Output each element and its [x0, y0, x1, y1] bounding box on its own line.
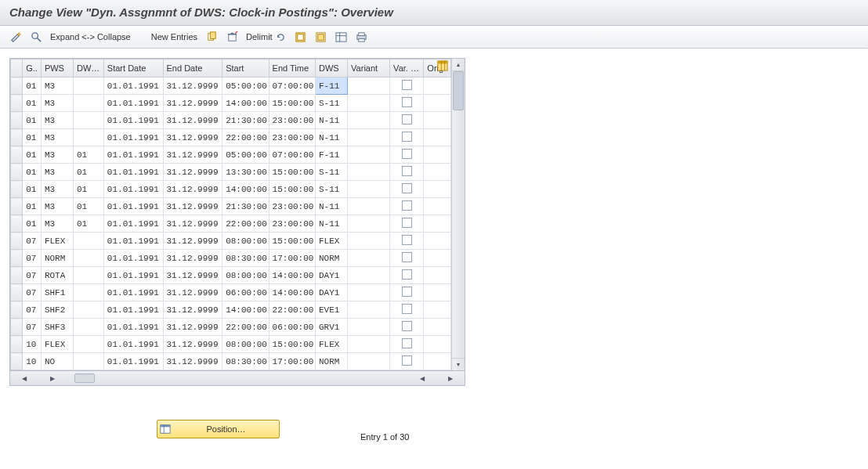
- cell-pws[interactable]: SHF1: [41, 284, 73, 301]
- checkbox[interactable]: [402, 338, 412, 348]
- table-row[interactable]: 01M301.01.199131.12.999922:00:0023:00:00…: [11, 129, 451, 146]
- cell-st[interactable]: 22:00:00: [222, 129, 269, 146]
- col-start-date[interactable]: Start Date: [103, 60, 163, 78]
- cell-g[interactable]: 10: [23, 353, 42, 370]
- new-entries-button[interactable]: New Entries: [151, 32, 197, 41]
- cell-pws[interactable]: M3: [41, 112, 73, 129]
- cell-o[interactable]: [424, 129, 451, 146]
- cell-o[interactable]: [424, 301, 451, 319]
- scroll-handle-icon[interactable]: [74, 373, 95, 383]
- cell-et[interactable]: 07:00:00: [269, 146, 315, 164]
- cell-ed[interactable]: 31.12.9999: [163, 181, 222, 198]
- col-variant[interactable]: Variant: [348, 60, 390, 78]
- cell-pws[interactable]: M3: [41, 215, 73, 233]
- cell-st[interactable]: 06:00:00: [222, 284, 269, 301]
- horizontal-scrollbar[interactable]: ◀ ▶ ◀ ▶: [9, 371, 465, 386]
- cell-o[interactable]: [424, 95, 451, 112]
- cell-pws[interactable]: ROTA: [41, 267, 73, 284]
- cell-o[interactable]: [424, 215, 451, 233]
- cell-o[interactable]: [424, 112, 451, 129]
- cell-dws[interactable]: F-11: [316, 146, 348, 164]
- scroll-left2-icon[interactable]: ◀: [416, 373, 429, 384]
- cell-dws[interactable]: N-11: [316, 215, 348, 233]
- cell-pws[interactable]: SHF2: [41, 301, 73, 319]
- cell-dw[interactable]: [73, 336, 103, 353]
- cell-st[interactable]: 08:00:00: [222, 267, 269, 284]
- cell-g[interactable]: 10: [23, 336, 42, 353]
- cell-g[interactable]: 07: [23, 267, 42, 284]
- cell-et[interactable]: 17:00:00: [269, 353, 315, 370]
- cell-st[interactable]: 22:00:00: [222, 215, 269, 233]
- cell-ed[interactable]: 31.12.9999: [163, 284, 222, 301]
- col-end-time[interactable]: End Time: [269, 60, 315, 78]
- checkbox[interactable]: [402, 304, 412, 314]
- cell-et[interactable]: 15:00:00: [269, 233, 315, 250]
- cell-sd[interactable]: 01.01.1991: [103, 198, 163, 215]
- cell-o[interactable]: [424, 198, 451, 215]
- cell-st[interactable]: 14:00:00: [222, 95, 269, 112]
- row-selector[interactable]: [11, 284, 23, 301]
- cell-st[interactable]: 05:00:00: [222, 146, 269, 164]
- row-selector[interactable]: [11, 95, 23, 112]
- row-selector[interactable]: [11, 112, 23, 129]
- row-selector[interactable]: [11, 181, 23, 198]
- cell-ed[interactable]: 31.12.9999: [163, 319, 222, 336]
- cell-var[interactable]: [348, 181, 390, 198]
- cell-sd[interactable]: 01.01.1991: [103, 301, 163, 319]
- cell-sd[interactable]: 01.01.1991: [103, 78, 163, 95]
- cell-et[interactable]: 15:00:00: [269, 95, 315, 112]
- cell-var[interactable]: [348, 233, 390, 250]
- cell-et[interactable]: 23:00:00: [269, 129, 315, 146]
- checkbox[interactable]: [402, 149, 412, 159]
- table-row[interactable]: 01M30101.01.199131.12.999914:00:0015:00:…: [11, 181, 451, 198]
- cell-dw[interactable]: [73, 129, 103, 146]
- table-row[interactable]: 01M301.01.199131.12.999914:00:0015:00:00…: [11, 95, 451, 112]
- cell-et[interactable]: 23:00:00: [269, 112, 315, 129]
- cell-st[interactable]: 08:00:00: [222, 233, 269, 250]
- position-button[interactable]: Position…: [157, 420, 280, 438]
- cell-pws[interactable]: M3: [41, 95, 73, 112]
- checkbox[interactable]: [402, 287, 412, 297]
- cell-et[interactable]: 06:00:00: [269, 319, 315, 336]
- cell-g[interactable]: 01: [23, 198, 42, 215]
- table-row[interactable]: 10NO01.01.199131.12.999908:30:0017:00:00…: [11, 353, 451, 370]
- table-row[interactable]: 10FLEX01.01.199131.12.999908:00:0015:00:…: [11, 336, 451, 353]
- checkbox[interactable]: [402, 321, 412, 331]
- table-row[interactable]: 01M30101.01.199131.12.999905:00:0007:00:…: [11, 146, 451, 164]
- cell-dw[interactable]: 01: [73, 146, 103, 164]
- cell-ed[interactable]: 31.12.9999: [163, 78, 222, 95]
- cell-sd[interactable]: 01.01.1991: [103, 267, 163, 284]
- cell-g[interactable]: 01: [23, 129, 42, 146]
- cell-sd[interactable]: 01.01.1991: [103, 250, 163, 267]
- row-selector[interactable]: [11, 215, 23, 233]
- table-row[interactable]: 07SHF101.01.199131.12.999906:00:0014:00:…: [11, 284, 451, 301]
- cell-ed[interactable]: 31.12.9999: [163, 233, 222, 250]
- delimit-button[interactable]: Delimit: [246, 32, 273, 41]
- cell-dws[interactable]: DAY1: [316, 284, 348, 301]
- col-g[interactable]: G..: [23, 60, 42, 78]
- cell-dw[interactable]: [73, 301, 103, 319]
- row-selector[interactable]: [11, 353, 23, 370]
- cell-o[interactable]: [424, 336, 451, 353]
- cell-vf[interactable]: [390, 164, 424, 181]
- cell-dws[interactable]: S-11: [316, 181, 348, 198]
- table-row[interactable]: 07ROTA01.01.199131.12.999908:00:0014:00:…: [11, 267, 451, 284]
- cell-var[interactable]: [348, 267, 390, 284]
- cell-dw[interactable]: [73, 95, 103, 112]
- cell-dw[interactable]: [73, 250, 103, 267]
- cell-dws[interactable]: EVE1: [316, 301, 348, 319]
- cell-pws[interactable]: NORM: [41, 250, 73, 267]
- cell-var[interactable]: [348, 112, 390, 129]
- cell-vf[interactable]: [390, 353, 424, 370]
- cell-sd[interactable]: 01.01.1991: [103, 215, 163, 233]
- checkbox[interactable]: [402, 80, 412, 90]
- cell-vf[interactable]: [390, 129, 424, 146]
- cell-var[interactable]: [348, 250, 390, 267]
- cell-dws[interactable]: S-11: [316, 164, 348, 181]
- cell-dw[interactable]: [73, 267, 103, 284]
- scroll-right-icon[interactable]: ▶: [46, 373, 59, 384]
- cell-sd[interactable]: 01.01.1991: [103, 129, 163, 146]
- cell-vf[interactable]: [390, 146, 424, 164]
- cell-et[interactable]: 17:00:00: [269, 250, 315, 267]
- cell-dw[interactable]: 01: [73, 164, 103, 181]
